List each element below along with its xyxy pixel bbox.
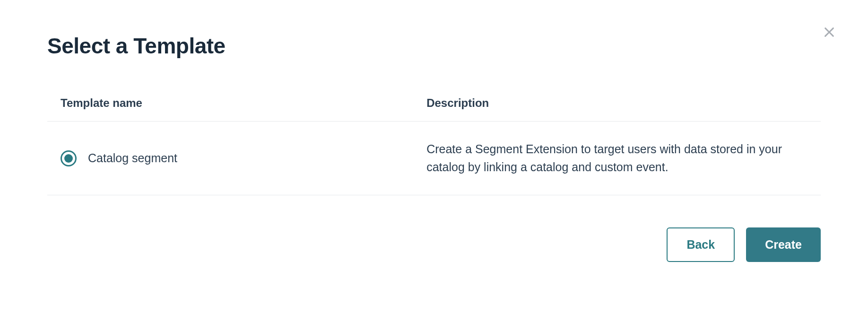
table-row[interactable]: Catalog segment Create a Segment Extensi… bbox=[47, 122, 821, 195]
table-header: Template name Description bbox=[47, 96, 821, 122]
template-name-label: Catalog segment bbox=[88, 151, 177, 165]
column-header-description: Description bbox=[426, 96, 807, 110]
close-button[interactable] bbox=[819, 23, 840, 44]
create-button[interactable]: Create bbox=[746, 227, 821, 262]
column-header-name: Template name bbox=[61, 96, 426, 110]
template-description: Create a Segment Extension to target use… bbox=[426, 140, 807, 176]
back-button[interactable]: Back bbox=[667, 227, 735, 262]
select-template-modal: Select a Template Template name Descript… bbox=[0, 0, 868, 290]
radio-button[interactable] bbox=[61, 150, 77, 166]
template-option: Catalog segment bbox=[61, 150, 426, 166]
radio-selected-icon bbox=[64, 154, 73, 163]
close-icon bbox=[821, 24, 838, 43]
modal-footer: Back Create bbox=[47, 227, 821, 262]
modal-title: Select a Template bbox=[47, 33, 821, 59]
